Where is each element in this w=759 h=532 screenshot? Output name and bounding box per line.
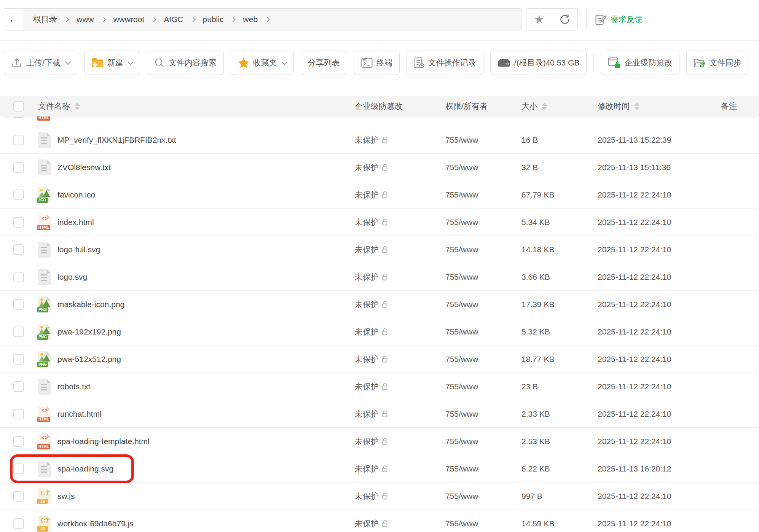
divider [586,11,587,28]
tamper-proof-button[interactable]: 企业级防篡改 [601,51,679,75]
table-row[interactable]: <>HTML runchat.html 未保护 755/www 2.33 KB … [0,400,759,428]
row-checkbox[interactable] [13,244,24,255]
row-checkbox[interactable] [13,381,24,392]
unlock-icon[interactable] [381,191,389,199]
row-checkbox[interactable] [13,327,24,337]
row-checkbox[interactable] [13,272,24,282]
unlock-icon[interactable] [381,465,389,473]
unlock-icon[interactable] [381,136,389,144]
unlock-icon[interactable] [381,218,389,226]
breadcrumb-item-web[interactable]: web [243,15,258,24]
unlock-icon[interactable] [381,245,389,254]
table-row[interactable]: MP_verify_flXKN1jFBRFIB2nx.txt 未保护 755/w… [0,126,759,154]
table-row[interactable]: robots.txt 未保护 755/www 23 B 2025-11-12 2… [0,373,759,400]
row-checkbox[interactable] [13,162,24,173]
favorites-button[interactable]: 收藏夹 [231,51,294,75]
table-row[interactable]: PNG pwa-512x512.png 未保护 755/www 18.77 KB… [0,346,759,373]
unlock-icon[interactable] [381,492,389,500]
unlock-icon[interactable] [381,519,389,528]
file-operation-log-button[interactable]: 文件操作记录 [407,51,483,75]
table-row[interactable]: spa-loading.svg 未保护 755/www 6.22 KB 2025… [0,455,759,483]
breadcrumb-item-wwwroot[interactable]: wwwroot [113,15,145,24]
refresh-button[interactable] [552,9,577,30]
image-file-icon: PNG [38,324,51,340]
js-file-icon: {;}JS [38,516,51,532]
file-content-search-button[interactable]: 文件内容搜索 [147,51,224,75]
file-name[interactable]: robots.txt [57,382,90,391]
unlock-icon[interactable] [381,116,389,117]
file-name[interactable]: maskable-icon.png [57,300,124,309]
breadcrumb-item-www[interactable]: www [77,15,94,24]
row-checkbox[interactable] [13,436,24,447]
upload-download-button[interactable]: 上传/下载 [4,51,77,75]
back-button[interactable]: ← [4,8,23,30]
table-row[interactable]: ICO favicon.ico 未保护 755/www 67.79 KB 202… [0,181,759,209]
unlock-icon[interactable] [381,382,389,391]
unlock-icon[interactable] [381,273,389,281]
unlock-icon[interactable] [381,410,389,418]
unlock-icon[interactable] [381,163,389,172]
breadcrumb-item-aigc[interactable]: AIGC [164,15,183,24]
unlock-icon[interactable] [381,437,389,446]
row-checkbox[interactable] [13,116,24,118]
unlock-icon[interactable] [381,355,389,363]
file-name[interactable]: spa-loading-template.html [57,437,150,446]
file-name[interactable]: logo.svg [57,272,87,282]
file-name[interactable]: pwa-512x512.png [57,355,121,364]
row-checkbox[interactable] [13,190,24,200]
sort-down-icon [542,107,547,110]
file-name[interactable]: sw.js [57,492,75,501]
row-checkbox[interactable] [13,135,24,145]
file-name[interactable]: ZVOl8lesnw.txt [57,163,111,172]
terminal-button[interactable]: 终端 [354,51,400,75]
table-row[interactable]: <>HTML index.html 未保护 755/www 5.34 KB 20… [0,209,759,236]
file-name[interactable]: index.html [57,218,94,227]
sort-control[interactable] [634,102,639,110]
file-sync-button[interactable]: 文件同步 [686,51,748,75]
table-row[interactable]: PNG maskable-icon.png 未保护 755/www 17.39 … [0,291,759,318]
column-header-name[interactable]: 文件名称 [38,101,70,111]
row-checkbox[interactable] [13,354,24,365]
breadcrumb-item-root[interactable]: 根目录 [33,14,57,25]
column-header-size[interactable]: 大小 [521,101,537,111]
favorite-button[interactable]: ★ [526,9,552,30]
unlock-icon[interactable] [381,300,389,309]
table-row[interactable]: PNG pwa-192x192.png 未保护 755/www 5.32 KB … [0,318,759,346]
file-name[interactable]: spa-loading.svg [57,464,113,473]
file-name[interactable]: workbox-69da6b79.js [57,519,134,528]
select-all-checkbox[interactable] [13,101,24,111]
disk-usage-button[interactable]: /(根目录)40.53 GB [490,51,587,75]
tamper-status: 未保护 [355,217,379,228]
row-checkbox[interactable] [13,518,24,529]
table-row[interactable]: logo-full.svg 未保护 755/www 14.18 KB 2025-… [0,236,759,263]
terminal-label: 终端 [376,57,392,68]
table-row[interactable]: {;}JS workbox-69da6b79.js 未保护 755/www 14… [0,510,759,532]
file-name[interactable]: logo-full.svg [57,245,100,254]
sort-down-icon [75,107,80,110]
file-name[interactable]: runchat.html [57,409,102,419]
column-header-mtime[interactable]: 修改时间 [598,101,630,111]
row-checkbox[interactable] [13,464,24,474]
sort-control[interactable] [75,102,80,110]
file-name[interactable]: favicon.ico [57,190,95,199]
file-size: 16 B [521,135,598,145]
row-checkbox[interactable] [13,299,24,310]
new-button[interactable]: 新建 [84,51,140,75]
row-checkbox[interactable] [13,491,24,502]
share-list-button[interactable]: 分享列表 [301,51,347,75]
table-row[interactable]: <>HTML 未保护 755/www [0,116,759,126]
table-row[interactable]: logo.svg 未保护 755/www 3.66 KB 2025-11-12 … [0,263,759,291]
new-label: 新建 [107,57,123,68]
row-checkbox[interactable] [13,217,24,228]
file-name[interactable]: MP_verify_flXKN1jFBRFIB2nx.txt [57,135,176,145]
file-content-search-label: 文件内容搜索 [169,57,217,68]
sort-control[interactable] [542,102,547,110]
unlock-icon[interactable] [381,328,389,336]
table-row[interactable]: {;}JS sw.js 未保护 755/www 997 B 2025-11-12… [0,483,759,510]
row-checkbox[interactable] [13,409,24,419]
feedback-link[interactable]: 需求反馈 [595,14,643,25]
table-row[interactable]: ZVOl8lesnw.txt 未保护 755/www 32 B 2025-11-… [0,154,759,181]
breadcrumb-item-public[interactable]: public [203,15,224,24]
table-row[interactable]: <>HTML spa-loading-template.html 未保护 755… [0,428,759,455]
file-name[interactable]: pwa-192x192.png [57,327,121,336]
